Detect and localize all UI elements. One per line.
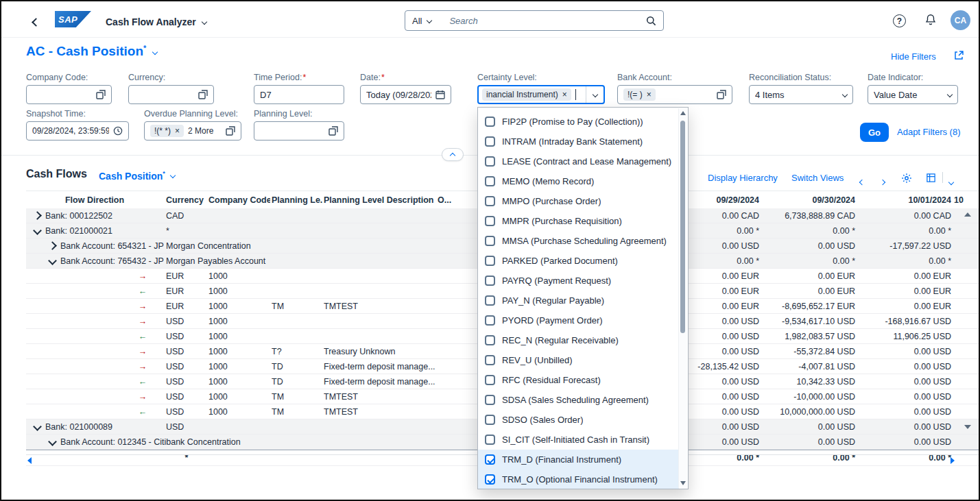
overdue-planning-level-input[interactable]: !(* *)× 2 More xyxy=(144,121,241,140)
dropdown-item[interactable]: PAY_N (Regular Payable) xyxy=(478,291,679,310)
dropdown-scrollbar[interactable] xyxy=(678,108,687,488)
checkbox-icon[interactable] xyxy=(485,375,495,385)
expand-node-icon[interactable] xyxy=(32,208,43,223)
next-column-button[interactable] xyxy=(881,175,885,187)
column-header[interactable]: 09/30/2024 xyxy=(766,191,855,209)
export-menu-button[interactable] xyxy=(949,175,953,187)
column-header[interactable]: 10/01/2024 xyxy=(862,191,951,209)
dropdown-item[interactable]: INTRAM (Intraday Bank Statement) xyxy=(478,132,679,151)
go-button[interactable]: Go xyxy=(860,123,889,142)
column-header[interactable]: Flow Direction xyxy=(26,191,163,209)
dropdown-item[interactable]: SDSO (Sales Order) xyxy=(478,410,679,430)
table-view-selector[interactable]: Cash Position* xyxy=(99,170,175,182)
planning-level-input[interactable] xyxy=(254,121,344,140)
dropdown-item[interactable]: PYORD (Payment Order) xyxy=(478,310,679,330)
dropdown-item[interactable]: PAYRQ (Payment Request) xyxy=(478,271,679,291)
dropdown-item[interactable]: PARKED (Parked Document) xyxy=(478,251,679,271)
dropdown-item[interactable]: TRM_D (Financial Instrument) xyxy=(478,450,679,469)
company-code-link[interactable]: 1000 xyxy=(208,404,270,419)
table-scroll-right-icon[interactable] xyxy=(951,457,955,464)
checkbox-icon[interactable] xyxy=(485,236,495,246)
export-button[interactable] xyxy=(926,173,936,186)
snapshot-time-input[interactable]: 09/28/2024, 23:59:59 xyxy=(26,121,129,140)
dropdown-item[interactable]: REC_N (Regular Receivable) xyxy=(478,330,679,350)
scroll-up-icon[interactable] xyxy=(680,111,686,115)
value-help-icon[interactable] xyxy=(717,90,726,99)
company-code-link[interactable]: 1000 xyxy=(208,314,270,328)
company-code-link[interactable]: 1000 xyxy=(208,389,270,404)
expand-node-icon[interactable] xyxy=(47,239,58,253)
time-period-input[interactable]: D7 xyxy=(254,85,344,104)
hide-filters-button[interactable]: Hide Filters xyxy=(891,51,936,62)
checkbox-icon[interactable] xyxy=(485,256,495,266)
dropdown-item[interactable]: MMPO (Purchase Order) xyxy=(478,191,679,211)
n-more-indicator[interactable]: 2 More xyxy=(188,126,213,136)
reconciliation-status-select[interactable]: 4 Items xyxy=(749,85,853,104)
company-code-link[interactable]: 1000 xyxy=(208,299,270,313)
display-hierarchy-button[interactable]: Display Hierarchy xyxy=(708,173,778,183)
company-code-link[interactable]: 1000 xyxy=(208,374,270,389)
help-button[interactable]: ? xyxy=(893,14,906,27)
company-code-link[interactable]: 1000 xyxy=(208,344,270,358)
column-header[interactable]: Currency xyxy=(166,191,207,209)
dropdown-item[interactable]: SI_CIT (Self-Initiated Cash in Transit) xyxy=(478,430,679,450)
date-input[interactable]: Today (09/28/2024) xyxy=(360,85,451,104)
collapse-header-button[interactable] xyxy=(442,148,464,161)
checkbox-icon[interactable] xyxy=(485,415,495,425)
company-code-link[interactable]: 1000 xyxy=(208,284,270,298)
token-remove-icon[interactable]: × xyxy=(562,90,567,99)
dropdown-item[interactable]: RFC (Residual Forecast) xyxy=(478,370,679,390)
chevron-down-icon[interactable] xyxy=(427,18,432,23)
filter-token[interactable]: inancial Instrument)× xyxy=(482,88,571,101)
collapse-node-icon[interactable] xyxy=(47,254,58,268)
app-title-menu[interactable]: Cash Flow Analyzer xyxy=(106,16,206,27)
company-code-link[interactable]: 1000 xyxy=(208,359,270,374)
search-scope-selector[interactable]: All xyxy=(412,16,422,26)
collapse-node-icon[interactable] xyxy=(32,419,43,434)
checkbox-icon[interactable] xyxy=(485,435,495,445)
checkbox-icon[interactable] xyxy=(485,276,495,286)
table-scroll-down-icon[interactable] xyxy=(964,425,971,429)
checkbox-icon[interactable] xyxy=(485,295,495,306)
checkbox-checked-icon[interactable] xyxy=(485,454,495,465)
checkbox-icon[interactable] xyxy=(485,395,495,405)
value-help-icon[interactable] xyxy=(226,126,235,136)
table-scroll-left-icon[interactable] xyxy=(27,457,32,464)
value-help-icon[interactable] xyxy=(96,90,106,99)
avatar[interactable]: CA xyxy=(951,10,970,30)
dropdown-item[interactable]: SDSA (Sales Scheduling Agreement) xyxy=(478,390,679,410)
company-code-link[interactable]: 1000 xyxy=(208,269,270,283)
clock-icon[interactable] xyxy=(113,126,123,136)
filter-token[interactable]: !(= )× xyxy=(623,88,656,101)
search-input[interactable]: Search xyxy=(449,16,477,26)
checkbox-icon[interactable] xyxy=(485,176,495,186)
calendar-icon[interactable] xyxy=(435,90,445,99)
checkbox-icon[interactable] xyxy=(485,117,495,127)
settings-button[interactable] xyxy=(901,173,912,186)
page-title-menu[interactable]: AC - Cash Position* xyxy=(26,44,157,59)
collapse-node-icon[interactable] xyxy=(47,435,58,449)
share-icon[interactable] xyxy=(953,50,964,64)
switch-views-button[interactable]: Switch Views xyxy=(791,173,844,183)
dropdown-item[interactable]: TRM_O (Optional Financial Instrument) xyxy=(478,469,679,489)
checkbox-icon[interactable] xyxy=(485,216,495,226)
token-remove-icon[interactable]: × xyxy=(175,126,180,136)
checkbox-checked-icon[interactable] xyxy=(485,474,495,485)
checkbox-icon[interactable] xyxy=(485,355,495,365)
company-code-link[interactable]: 1000 xyxy=(208,329,270,343)
collapse-node-icon[interactable] xyxy=(32,223,43,238)
checkbox-icon[interactable] xyxy=(485,156,495,167)
column-header[interactable]: Planning Le... xyxy=(272,191,322,209)
checkbox-icon[interactable] xyxy=(485,315,495,326)
scroll-down-icon[interactable] xyxy=(680,481,686,485)
value-help-icon[interactable] xyxy=(328,126,338,136)
search-icon[interactable] xyxy=(646,16,656,26)
date-indicator-select[interactable]: Value Date xyxy=(868,85,958,104)
previous-column-button[interactable] xyxy=(860,175,864,187)
dropdown-item[interactable]: MEMO (Memo Record) xyxy=(478,171,679,191)
back-button[interactable] xyxy=(33,16,39,28)
combo-dropdown-button[interactable] xyxy=(586,86,603,103)
shell-search[interactable]: All Search xyxy=(405,10,664,31)
token-remove-icon[interactable]: × xyxy=(647,90,652,99)
dropdown-item[interactable]: FIP2P (Promise to Pay (Collection)) xyxy=(478,112,679,132)
